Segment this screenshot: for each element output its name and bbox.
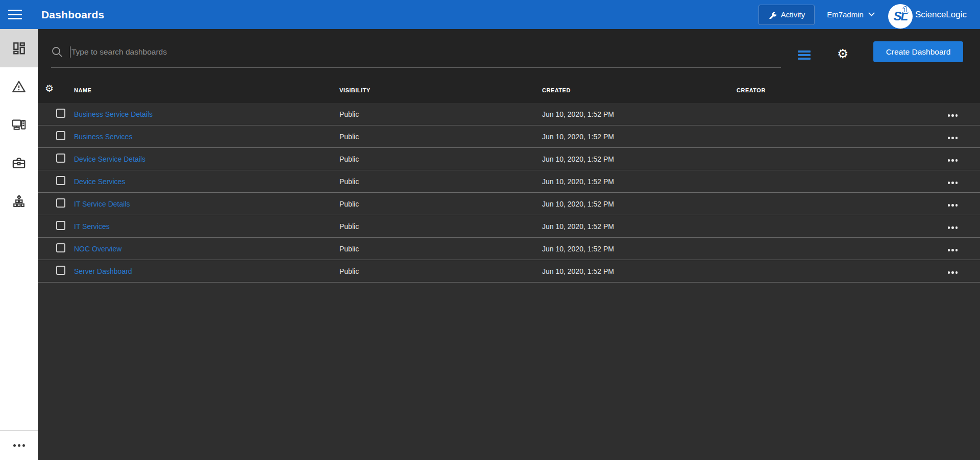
row-checkbox[interactable] bbox=[56, 109, 65, 118]
search-icon bbox=[51, 46, 63, 58]
row-created: Jun 10, 2020, 1:52 PM bbox=[542, 200, 737, 208]
row-actions-button[interactable] bbox=[947, 269, 959, 276]
text-caret bbox=[70, 46, 70, 58]
row-checkbox[interactable] bbox=[56, 154, 65, 163]
create-dashboard-button[interactable]: Create Dashboard bbox=[873, 41, 963, 62]
row-created: Jun 10, 2020, 1:52 PM bbox=[542, 222, 737, 231]
row-created: Jun 10, 2020, 1:52 PM bbox=[542, 110, 737, 118]
search-input[interactable] bbox=[71, 47, 781, 57]
row-visibility: Public bbox=[339, 245, 542, 253]
row-visibility: Public bbox=[339, 177, 542, 186]
ellipsis-icon bbox=[13, 444, 25, 447]
sidebar-item-maps[interactable] bbox=[0, 182, 38, 220]
row-visibility: Public bbox=[339, 200, 542, 208]
table-row: Business Services Public Jun 10, 2020, 1… bbox=[38, 125, 980, 148]
brand-name: ScienceLogic bbox=[915, 10, 967, 20]
row-actions-button[interactable] bbox=[947, 135, 959, 141]
logo-one-text: 1 bbox=[902, 5, 908, 16]
row-created: Jun 10, 2020, 1:52 PM bbox=[542, 133, 737, 141]
dashboard-name-link[interactable]: Device Service Details bbox=[74, 155, 145, 163]
column-header-creator[interactable]: CREATOR bbox=[737, 87, 924, 93]
wrench-icon bbox=[768, 11, 776, 19]
page-title: Dashboards bbox=[41, 9, 104, 21]
hierarchy-icon bbox=[12, 195, 26, 208]
row-visibility: Public bbox=[339, 155, 542, 163]
top-bar: Dashboards Activity Em7admin SL 1 Scienc… bbox=[0, 0, 980, 29]
dashboard-name-link[interactable]: NOC Overview bbox=[74, 245, 121, 253]
column-header-name[interactable]: NAME bbox=[74, 87, 339, 93]
table-row: IT Services Public Jun 10, 2020, 1:52 PM bbox=[38, 215, 980, 238]
dashboard-name-link[interactable]: Server Dashboard bbox=[74, 267, 132, 275]
dashboard-name-link[interactable]: Business Service Details bbox=[74, 110, 153, 118]
brand: SL 1 ScienceLogic bbox=[888, 3, 967, 27]
sidebar-more-button[interactable] bbox=[0, 430, 38, 460]
briefcase-icon bbox=[12, 156, 26, 170]
row-created: Jun 10, 2020, 1:52 PM bbox=[542, 245, 737, 253]
sidebar-item-dashboards[interactable] bbox=[0, 29, 38, 67]
table-row: Device Service Details Public Jun 10, 20… bbox=[38, 148, 980, 170]
sidebar-item-business-services[interactable] bbox=[0, 144, 38, 182]
activity-label: Activity bbox=[781, 10, 805, 19]
row-actions-button[interactable] bbox=[947, 157, 959, 164]
table-row: IT Service Details Public Jun 10, 2020, … bbox=[38, 193, 980, 215]
row-checkbox[interactable] bbox=[56, 243, 65, 252]
warning-triangle-icon bbox=[12, 80, 26, 94]
column-header-created[interactable]: CREATED bbox=[542, 87, 737, 93]
list-icon bbox=[798, 50, 811, 53]
content: ⚙ Create Dashboard ⚙ NAME VISIBILITY CRE… bbox=[38, 29, 980, 460]
table-header: ⚙ NAME VISIBILITY CREATED CREATOR bbox=[38, 69, 980, 103]
row-checkbox[interactable] bbox=[56, 131, 65, 140]
grid-icon bbox=[12, 41, 26, 55]
dashboard-name-link[interactable]: Business Services bbox=[74, 133, 132, 141]
search-bar bbox=[51, 36, 781, 68]
row-actions-button[interactable] bbox=[947, 202, 959, 209]
table-row: NOC Overview Public Jun 10, 2020, 1:52 P… bbox=[38, 238, 980, 260]
row-visibility: Public bbox=[339, 133, 542, 141]
row-visibility: Public bbox=[339, 222, 542, 231]
row-checkbox[interactable] bbox=[56, 221, 65, 230]
row-visibility: Public bbox=[339, 110, 542, 118]
row-checkbox[interactable] bbox=[56, 198, 65, 208]
column-settings-gear-icon[interactable]: ⚙ bbox=[45, 84, 74, 93]
row-created: Jun 10, 2020, 1:52 PM bbox=[542, 267, 737, 275]
hamburger-icon[interactable] bbox=[8, 7, 22, 22]
sciencelogic-logo-icon: SL 1 bbox=[888, 4, 913, 29]
sidebar-item-devices[interactable] bbox=[0, 106, 38, 144]
devices-icon bbox=[12, 118, 26, 132]
sidebar-item-events[interactable] bbox=[0, 67, 38, 106]
row-actions-button[interactable] bbox=[947, 180, 959, 186]
sidebar bbox=[0, 29, 38, 460]
toolbar: ⚙ Create Dashboard bbox=[38, 29, 980, 69]
list-view-toggle[interactable] bbox=[798, 50, 811, 61]
column-header-visibility[interactable]: VISIBILITY bbox=[339, 87, 542, 93]
row-checkbox[interactable] bbox=[56, 266, 65, 275]
settings-gear-icon[interactable]: ⚙ bbox=[837, 47, 848, 60]
row-created: Jun 10, 2020, 1:52 PM bbox=[542, 155, 737, 163]
dashboard-name-link[interactable]: Device Services bbox=[74, 177, 125, 186]
activity-button[interactable]: Activity bbox=[758, 5, 815, 25]
user-menu[interactable]: Em7admin bbox=[827, 10, 875, 19]
row-actions-button[interactable] bbox=[947, 112, 959, 119]
table-row: Server Dashboard Public Jun 10, 2020, 1:… bbox=[38, 260, 980, 283]
table-row: Device Services Public Jun 10, 2020, 1:5… bbox=[38, 170, 980, 193]
dashboard-name-link[interactable]: IT Services bbox=[74, 222, 110, 231]
chevron-down-icon bbox=[868, 12, 875, 17]
table-row: Business Service Details Public Jun 10, … bbox=[38, 103, 980, 125]
row-visibility: Public bbox=[339, 267, 542, 275]
row-actions-button[interactable] bbox=[947, 247, 959, 253]
table-body: Business Service Details Public Jun 10, … bbox=[38, 103, 980, 283]
row-checkbox[interactable] bbox=[56, 176, 65, 185]
dashboard-name-link[interactable]: IT Service Details bbox=[74, 200, 130, 208]
row-created: Jun 10, 2020, 1:52 PM bbox=[542, 177, 737, 186]
row-actions-button[interactable] bbox=[947, 224, 959, 231]
user-name: Em7admin bbox=[827, 10, 864, 19]
